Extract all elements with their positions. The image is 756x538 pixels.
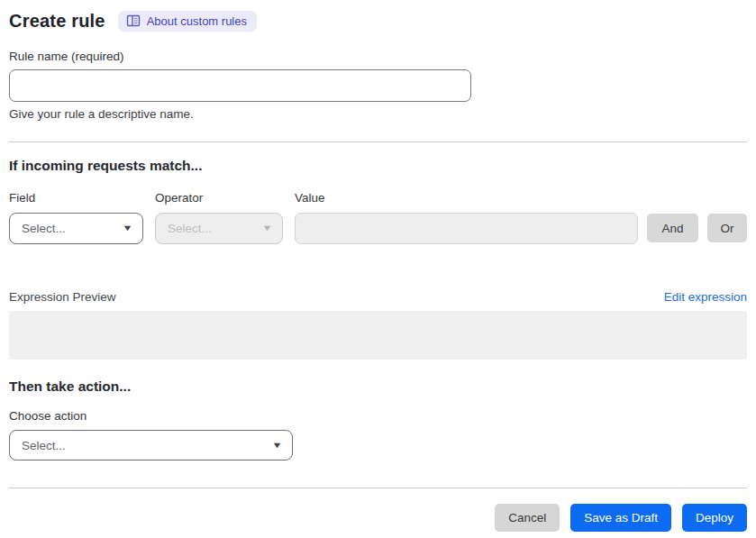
expression-preview-header: Expression Preview Edit expression xyxy=(9,290,747,304)
operator-select-value: Select... xyxy=(168,222,212,235)
about-badge-label: About custom rules xyxy=(147,15,247,27)
rule-name-input[interactable] xyxy=(9,69,471,102)
rule-name-label: Rule name (required) xyxy=(9,50,747,63)
field-select[interactable]: Select... ▼ xyxy=(9,213,143,244)
deploy-button[interactable]: Deploy xyxy=(682,504,747,532)
footer-actions: Cancel Save as Draft Deploy xyxy=(9,504,747,532)
choose-action-select[interactable]: Select... ▼ xyxy=(9,430,293,460)
cancel-button[interactable]: Cancel xyxy=(495,504,560,532)
value-column: Value xyxy=(295,191,638,244)
operator-column: Operator Select... ▼ xyxy=(155,191,283,244)
expression-preview-box xyxy=(9,311,747,360)
footer-divider xyxy=(9,488,747,488)
value-label: Value xyxy=(295,191,638,205)
create-rule-page: Create rule About custom rules Rule name… xyxy=(0,0,756,538)
action-section-heading: Then take action... xyxy=(9,378,747,395)
page-title: Create rule xyxy=(9,11,105,32)
page-header: Create rule About custom rules xyxy=(9,11,747,32)
field-label: Field xyxy=(9,191,143,205)
choose-action-value: Select... xyxy=(22,439,66,452)
expression-preview-label: Expression Preview xyxy=(9,290,116,304)
chevron-down-icon: ▼ xyxy=(123,224,133,233)
rule-name-helper: Give your rule a descriptive name. xyxy=(9,107,747,121)
save-as-draft-button[interactable]: Save as Draft xyxy=(570,504,671,532)
and-button[interactable]: And xyxy=(647,214,698,242)
book-icon xyxy=(126,14,141,27)
field-column: Field Select... ▼ xyxy=(9,191,143,244)
operator-select[interactable]: Select... ▼ xyxy=(155,213,283,244)
chevron-down-icon: ▼ xyxy=(262,224,273,233)
section-divider xyxy=(9,141,747,142)
field-select-value: Select... xyxy=(22,222,66,235)
choose-action-label: Choose action xyxy=(9,409,747,423)
operator-label: Operator xyxy=(155,191,283,205)
match-section-heading: If incoming requests match... xyxy=(9,158,747,174)
chevron-down-icon: ▼ xyxy=(272,442,283,450)
or-button[interactable]: Or xyxy=(707,214,747,242)
condition-row: Field Select... ▼ Operator Select... ▼ V… xyxy=(9,191,747,244)
value-input[interactable] xyxy=(295,213,638,244)
edit-expression-link[interactable]: Edit expression xyxy=(664,290,747,304)
about-custom-rules-link[interactable]: About custom rules xyxy=(118,11,257,32)
